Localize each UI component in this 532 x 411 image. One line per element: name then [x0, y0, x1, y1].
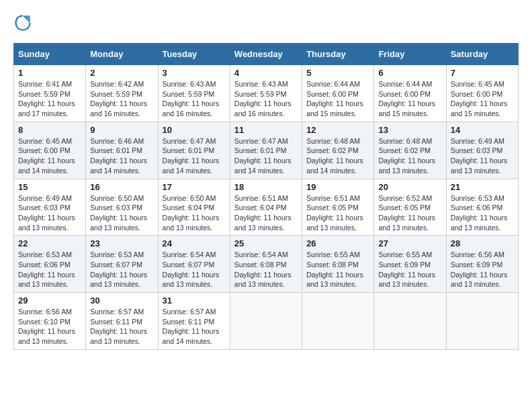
- header-wednesday: Wednesday: [230, 44, 302, 65]
- logo: [13, 13, 35, 32]
- calendar-cell: [302, 293, 374, 350]
- calendar-cell: 27 Sunrise: 6:55 AM Sunset: 6:09 PM Dayl…: [374, 236, 446, 293]
- day-info: Sunrise: 6:56 AM Sunset: 6:10 PM Dayligh…: [18, 307, 81, 347]
- calendar-cell: 3 Sunrise: 6:43 AM Sunset: 5:59 PM Dayli…: [158, 65, 230, 122]
- day-info: Sunrise: 6:46 AM Sunset: 6:01 PM Dayligh…: [90, 136, 153, 176]
- day-info: Sunrise: 6:50 AM Sunset: 6:04 PM Dayligh…: [163, 193, 226, 233]
- day-number: 15: [18, 182, 81, 192]
- day-info: Sunrise: 6:55 AM Sunset: 6:08 PM Dayligh…: [306, 250, 369, 289]
- calendar-cell: 1 Sunrise: 6:41 AM Sunset: 5:59 PM Dayli…: [14, 65, 86, 122]
- calendar-cell: 21 Sunrise: 6:53 AM Sunset: 6:06 PM Dayl…: [446, 179, 518, 236]
- calendar-cell: 30 Sunrise: 6:57 AM Sunset: 6:11 PM Dayl…: [86, 293, 158, 350]
- calendar-week-row: 29 Sunrise: 6:56 AM Sunset: 6:10 PM Dayl…: [14, 293, 519, 350]
- calendar-cell: 25 Sunrise: 6:54 AM Sunset: 6:08 PM Dayl…: [230, 236, 302, 293]
- day-number: 3: [163, 68, 226, 78]
- day-info: Sunrise: 6:44 AM Sunset: 6:00 PM Dayligh…: [378, 79, 441, 119]
- day-number: 29: [18, 295, 81, 306]
- day-number: 23: [90, 238, 153, 248]
- calendar-cell: 18 Sunrise: 6:51 AM Sunset: 6:04 PM Dayl…: [230, 179, 302, 236]
- calendar-cell: 4 Sunrise: 6:43 AM Sunset: 5:59 PM Dayli…: [230, 65, 302, 122]
- calendar-week-row: 8 Sunrise: 6:45 AM Sunset: 6:00 PM Dayli…: [14, 122, 519, 179]
- header-monday: Monday: [86, 44, 158, 65]
- day-number: 7: [451, 68, 514, 78]
- day-number: 31: [163, 295, 226, 306]
- calendar-cell: 15 Sunrise: 6:49 AM Sunset: 6:03 PM Dayl…: [14, 179, 86, 236]
- header-sunday: Sunday: [14, 44, 86, 65]
- day-number: 8: [18, 125, 81, 135]
- logo-icon: [13, 13, 32, 32]
- calendar-week-row: 22 Sunrise: 6:53 AM Sunset: 6:06 PM Dayl…: [14, 236, 519, 293]
- day-number: 25: [234, 238, 298, 248]
- calendar-cell: 28 Sunrise: 6:56 AM Sunset: 6:09 PM Dayl…: [446, 236, 518, 293]
- day-info: Sunrise: 6:47 AM Sunset: 6:01 PM Dayligh…: [163, 136, 226, 176]
- day-number: 12: [306, 125, 369, 135]
- day-info: Sunrise: 6:47 AM Sunset: 6:01 PM Dayligh…: [234, 136, 298, 176]
- day-number: 13: [378, 125, 441, 135]
- day-info: Sunrise: 6:53 AM Sunset: 6:07 PM Dayligh…: [90, 250, 153, 289]
- day-info: Sunrise: 6:57 AM Sunset: 6:11 PM Dayligh…: [163, 307, 226, 347]
- day-number: 6: [378, 68, 441, 78]
- day-number: 17: [163, 182, 226, 192]
- day-number: 5: [306, 68, 369, 78]
- day-info: Sunrise: 6:55 AM Sunset: 6:09 PM Dayligh…: [378, 250, 441, 289]
- day-number: 27: [378, 238, 441, 248]
- day-info: Sunrise: 6:44 AM Sunset: 6:00 PM Dayligh…: [306, 79, 369, 119]
- day-info: Sunrise: 6:51 AM Sunset: 6:04 PM Dayligh…: [234, 193, 298, 233]
- calendar-cell: 24 Sunrise: 6:54 AM Sunset: 6:07 PM Dayl…: [158, 236, 230, 293]
- calendar-week-row: 1 Sunrise: 6:41 AM Sunset: 5:59 PM Dayli…: [14, 65, 519, 122]
- calendar-cell: 7 Sunrise: 6:45 AM Sunset: 6:00 PM Dayli…: [446, 65, 518, 122]
- day-number: 1: [18, 68, 81, 78]
- day-number: 16: [90, 182, 153, 192]
- day-number: 4: [234, 68, 298, 78]
- calendar-cell: 9 Sunrise: 6:46 AM Sunset: 6:01 PM Dayli…: [86, 122, 158, 179]
- calendar-cell: 12 Sunrise: 6:48 AM Sunset: 6:02 PM Dayl…: [302, 122, 374, 179]
- calendar-cell: 31 Sunrise: 6:57 AM Sunset: 6:11 PM Dayl…: [158, 293, 230, 350]
- calendar-cell: 19 Sunrise: 6:51 AM Sunset: 6:05 PM Dayl…: [302, 179, 374, 236]
- calendar-cell: 2 Sunrise: 6:42 AM Sunset: 5:59 PM Dayli…: [86, 65, 158, 122]
- calendar-table: SundayMondayTuesdayWednesdayThursdayFrid…: [13, 43, 519, 350]
- day-info: Sunrise: 6:48 AM Sunset: 6:02 PM Dayligh…: [378, 136, 441, 176]
- day-info: Sunrise: 6:50 AM Sunset: 6:03 PM Dayligh…: [90, 193, 153, 233]
- day-number: 22: [18, 238, 81, 248]
- day-info: Sunrise: 6:45 AM Sunset: 6:00 PM Dayligh…: [18, 136, 81, 176]
- day-info: Sunrise: 6:48 AM Sunset: 6:02 PM Dayligh…: [306, 136, 369, 176]
- day-number: 2: [90, 68, 153, 78]
- day-info: Sunrise: 6:53 AM Sunset: 6:06 PM Dayligh…: [451, 193, 514, 233]
- day-info: Sunrise: 6:41 AM Sunset: 5:59 PM Dayligh…: [18, 79, 81, 119]
- day-number: 28: [451, 238, 514, 248]
- day-info: Sunrise: 6:45 AM Sunset: 6:00 PM Dayligh…: [451, 79, 514, 119]
- header-thursday: Thursday: [302, 44, 374, 65]
- calendar-week-row: 15 Sunrise: 6:49 AM Sunset: 6:03 PM Dayl…: [14, 179, 519, 236]
- calendar-cell: 8 Sunrise: 6:45 AM Sunset: 6:00 PM Dayli…: [14, 122, 86, 179]
- day-number: 14: [451, 125, 514, 135]
- day-number: 9: [90, 125, 153, 135]
- day-info: Sunrise: 6:49 AM Sunset: 6:03 PM Dayligh…: [18, 193, 81, 233]
- day-number: 24: [163, 238, 226, 248]
- calendar-cell: 10 Sunrise: 6:47 AM Sunset: 6:01 PM Dayl…: [158, 122, 230, 179]
- day-number: 26: [306, 238, 369, 248]
- header-friday: Friday: [374, 44, 446, 65]
- calendar-cell: [374, 293, 446, 350]
- day-info: Sunrise: 6:52 AM Sunset: 6:05 PM Dayligh…: [378, 193, 441, 233]
- day-info: Sunrise: 6:42 AM Sunset: 5:59 PM Dayligh…: [90, 79, 153, 119]
- calendar-cell: 22 Sunrise: 6:53 AM Sunset: 6:06 PM Dayl…: [14, 236, 86, 293]
- day-number: 20: [378, 182, 441, 192]
- calendar-cell: [446, 293, 518, 350]
- day-info: Sunrise: 6:43 AM Sunset: 5:59 PM Dayligh…: [163, 79, 226, 119]
- day-info: Sunrise: 6:54 AM Sunset: 6:07 PM Dayligh…: [163, 250, 226, 289]
- day-info: Sunrise: 6:53 AM Sunset: 6:06 PM Dayligh…: [18, 250, 81, 289]
- calendar-header-row: SundayMondayTuesdayWednesdayThursdayFrid…: [14, 44, 519, 65]
- day-info: Sunrise: 6:43 AM Sunset: 5:59 PM Dayligh…: [234, 79, 298, 119]
- calendar-cell: 5 Sunrise: 6:44 AM Sunset: 6:00 PM Dayli…: [302, 65, 374, 122]
- day-number: 18: [234, 182, 298, 192]
- page-header: [13, 13, 519, 32]
- day-info: Sunrise: 6:51 AM Sunset: 6:05 PM Dayligh…: [306, 193, 369, 233]
- header-tuesday: Tuesday: [158, 44, 230, 65]
- calendar-cell: 14 Sunrise: 6:49 AM Sunset: 6:03 PM Dayl…: [446, 122, 518, 179]
- day-number: 19: [306, 182, 369, 192]
- calendar-cell: 17 Sunrise: 6:50 AM Sunset: 6:04 PM Dayl…: [158, 179, 230, 236]
- header-saturday: Saturday: [446, 44, 518, 65]
- day-info: Sunrise: 6:57 AM Sunset: 6:11 PM Dayligh…: [90, 307, 153, 347]
- calendar-cell: 16 Sunrise: 6:50 AM Sunset: 6:03 PM Dayl…: [86, 179, 158, 236]
- day-info: Sunrise: 6:54 AM Sunset: 6:08 PM Dayligh…: [234, 250, 298, 289]
